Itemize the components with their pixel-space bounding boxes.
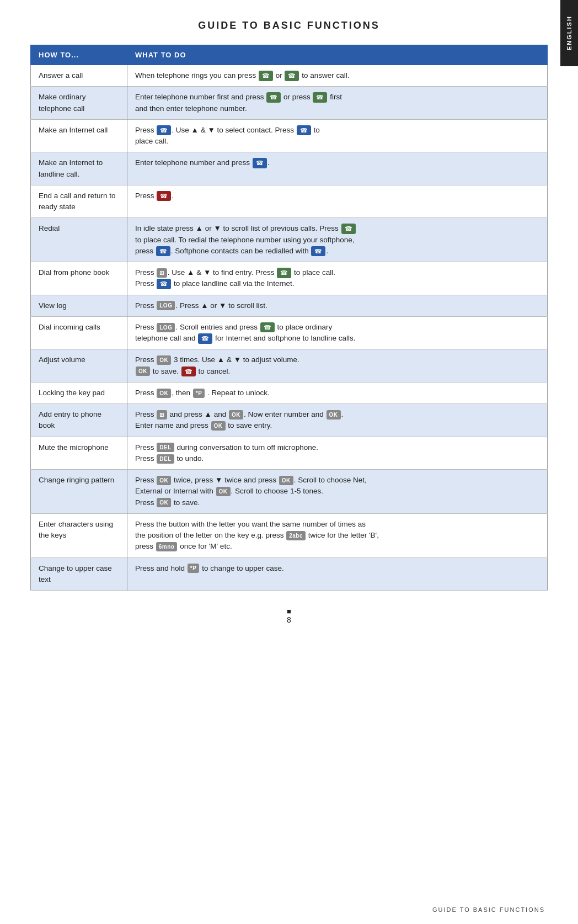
what-to-do-cell: Press ⊞. Use ▲ & ▼ to find entry. Press …	[127, 262, 548, 295]
handset-icon: ☎	[341, 224, 356, 234]
table-row: Dial incoming callsPress LOG. Scroll ent…	[31, 316, 548, 349]
how-to-cell: End a call and return to ready state	[31, 185, 127, 218]
handset-icon: ☎	[259, 71, 273, 81]
handset-icon: ☎	[157, 279, 171, 289]
handset-icon: ☎	[277, 268, 291, 278]
table-row: Change ringing patternPress OK twice, pr…	[31, 470, 548, 514]
handset-icon: ☎	[266, 92, 281, 103]
col-header-what: WHAT TO DO	[127, 45, 548, 65]
ok-icon: OK	[229, 410, 243, 419]
what-to-do-cell: Press OK twice, press ▼ twice and press …	[127, 470, 548, 514]
handset-icon: ☎	[313, 92, 327, 103]
page-title: GUIDE TO BASIC FUNCTIONS	[0, 0, 578, 45]
what-to-do-cell: Press ☎. Use ▲ & ▼ to select contact. Pr…	[127, 119, 548, 152]
key-2-icon: 2abc	[286, 531, 306, 540]
table-row: Add entry to phone bookPress ⊞ and press…	[31, 404, 548, 437]
table-row: Enter characters using the keysPress the…	[31, 513, 548, 557]
ok-icon: OK	[157, 498, 171, 507]
table-row: Change to upper case textPress and hold …	[31, 557, 548, 591]
how-to-cell: Mute the microphone	[31, 437, 127, 470]
log-icon: LOG	[157, 301, 175, 310]
ok-icon: OK	[211, 421, 226, 431]
what-to-do-cell: Press LOG. Press ▲ or ▼ to scroll list.	[127, 295, 548, 316]
handset-icon: ☎	[253, 158, 267, 168]
del-icon: DEL	[157, 443, 174, 452]
what-to-do-cell: Press OK 3 times. Use ▲ & ▼ to adjust vo…	[127, 349, 548, 383]
col-header-how: HOW TO...	[31, 45, 127, 65]
table-row: View logPress LOG. Press ▲ or ▼ to scrol…	[31, 295, 548, 316]
handset-icon: ☎	[198, 333, 212, 344]
star-p-icon: *P	[188, 564, 200, 573]
how-to-cell: Change ringing pattern	[31, 470, 127, 514]
ok-icon: OK	[157, 355, 171, 365]
how-to-cell: Change to upper case text	[31, 557, 127, 591]
book-icon: ⊞	[157, 268, 167, 278]
what-to-do-cell: Press DEL during conversation to turn of…	[127, 437, 548, 470]
how-to-cell: Add entry to phone book	[31, 404, 127, 437]
key-6-icon: 6mno	[156, 542, 178, 551]
how-to-cell: Adjust volume	[31, 349, 127, 383]
ok-icon: OK	[327, 410, 341, 419]
what-to-do-cell: Press and hold *P to change to upper cas…	[127, 557, 548, 591]
what-to-do-cell: Press the button with the letter you wan…	[127, 513, 548, 557]
ok-icon: OK	[279, 476, 293, 485]
what-to-do-cell: Press OK, then *P . Repeat to unlock.	[127, 382, 548, 403]
how-to-cell: Dial incoming calls	[31, 316, 127, 349]
how-to-cell: Make ordinary telephone call	[31, 87, 127, 120]
what-to-do-cell: Press ⊞ and press ▲ and OK. Now enter nu…	[127, 404, 548, 437]
handset-icon: ☎	[297, 125, 311, 136]
how-to-cell: Make an Internet call	[31, 119, 127, 152]
log-icon: LOG	[157, 323, 175, 332]
table-row: Make an Internet callPress ☎. Use ▲ & ▼ …	[31, 119, 548, 152]
table-row: Mute the microphonePress DEL during conv…	[31, 437, 548, 470]
page-number: 8	[0, 615, 578, 624]
what-to-do-cell: Enter telephone number and press ☎.	[127, 152, 548, 185]
footer: ■ 8	[0, 591, 578, 632]
footer-guide-text: GUIDE TO BASIC FUNCTIONS	[432, 906, 545, 913]
handset-icon: ☎	[285, 71, 299, 81]
language-tab: ENGLISH	[560, 0, 578, 66]
handset-icon: ☎	[181, 367, 196, 377]
how-to-cell: Redial	[31, 218, 127, 262]
table-row: Adjust volumePress OK 3 times. Use ▲ & ▼…	[31, 349, 548, 383]
handset-icon: ☎	[157, 191, 171, 201]
table-row: Dial from phone bookPress ⊞. Use ▲ & ▼ t…	[31, 262, 548, 295]
table-row: End a call and return to ready statePres…	[31, 185, 548, 218]
handset-icon: ☎	[311, 246, 325, 257]
handset-icon: ☎	[157, 125, 171, 136]
what-to-do-cell: Enter telephone number first and press ☎…	[127, 87, 548, 120]
footer-bullet: ■	[0, 607, 578, 615]
table-header-row: HOW TO... WHAT TO DO	[31, 45, 548, 65]
del-icon: DEL	[157, 454, 174, 464]
how-to-cell: View log	[31, 295, 127, 316]
how-to-cell: Make an Internet to landline call.	[31, 152, 127, 185]
handset-icon: ☎	[260, 322, 275, 333]
how-to-cell: Answer a call	[31, 65, 127, 87]
table-row: RedialIn idle state press ▲ or ▼ to scro…	[31, 218, 548, 262]
functions-table: HOW TO... WHAT TO DO Answer a callWhen t…	[30, 45, 548, 591]
book-icon: ⊞	[157, 410, 167, 419]
table-row: Answer a callWhen telephone rings you ca…	[31, 65, 548, 87]
main-content: HOW TO... WHAT TO DO Answer a callWhen t…	[0, 45, 578, 591]
how-to-cell: Enter characters using the keys	[31, 513, 127, 557]
star-p-icon: *P	[193, 389, 205, 398]
ok-icon: OK	[216, 487, 231, 496]
table-row: Locking the key padPress OK, then *P . R…	[31, 382, 548, 403]
handset-icon: ☎	[156, 246, 170, 257]
what-to-do-cell: Press LOG. Scroll entries and press ☎ to…	[127, 316, 548, 349]
ok2-icon: OK	[136, 367, 150, 376]
what-to-do-cell: In idle state press ▲ or ▼ to scroll lis…	[127, 218, 548, 262]
ok-icon: OK	[157, 476, 171, 485]
table-row: Make ordinary telephone callEnter teleph…	[31, 87, 548, 120]
table-row: Make an Internet to landline call.Enter …	[31, 152, 548, 185]
ok-icon: OK	[157, 389, 171, 398]
what-to-do-cell: When telephone rings you can press ☎ or …	[127, 65, 548, 87]
how-to-cell: Dial from phone book	[31, 262, 127, 295]
what-to-do-cell: Press ☎.	[127, 185, 548, 218]
how-to-cell: Locking the key pad	[31, 382, 127, 403]
